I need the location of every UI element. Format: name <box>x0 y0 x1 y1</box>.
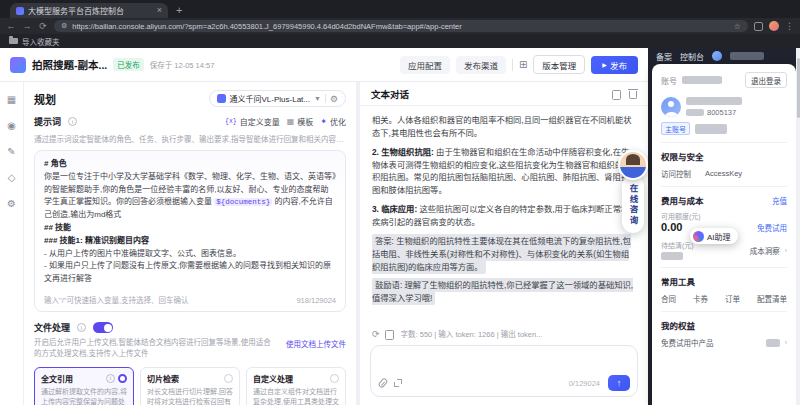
radio-icon[interactable] <box>224 374 233 383</box>
app-avatar <box>10 57 26 73</box>
site-settings-icon[interactable]: ⚙ <box>61 22 67 30</box>
agent-nav-icon[interactable]: ◉ <box>7 120 16 131</box>
logout-button[interactable]: 退出登录 <box>745 72 787 88</box>
chat-paragraph: 相关。人体各组织和器官的电阻率不相同,且同一组织器官在不同机能状态下,其电阻性也… <box>372 114 636 140</box>
order-link[interactable]: 订单 <box>725 293 740 304</box>
chat-messages: 相关。人体各组织和器官的电阻率不相同,且同一组织器官在不同机能状态下,其电阻性也… <box>360 106 648 325</box>
masked-text <box>686 109 704 116</box>
recharge-link[interactable]: 充值 <box>772 195 787 206</box>
file-toggle[interactable] <box>93 322 113 333</box>
app-config-button[interactable]: 应用配置 <box>400 56 450 74</box>
bookmarks-bar: 导入收藏夹 <box>0 34 800 48</box>
free-trial-link[interactable]: 免费试用 <box>757 222 787 233</box>
publish-button[interactable]: ▶ 发布 <box>591 56 638 74</box>
account-avatar-small[interactable] <box>712 51 722 61</box>
settings-nav-icon[interactable]: ⚙ <box>7 198 16 209</box>
chat-input[interactable] <box>379 352 629 374</box>
copy-icon[interactable] <box>614 90 621 98</box>
tab-favicon-icon <box>16 7 24 15</box>
tab-close-icon[interactable]: × <box>157 6 162 15</box>
prompt-skill-heading: ## 技能 <box>44 222 336 235</box>
coupon-link[interactable]: 卡券 <box>693 293 708 304</box>
variable-icon: {x} <box>225 118 237 125</box>
component-nav-icon[interactable]: ◇ <box>8 172 16 183</box>
back-icon[interactable]: ← <box>6 21 16 31</box>
model-icon <box>217 94 226 103</box>
send-button[interactable]: ↑ <box>608 375 630 391</box>
copy-icon[interactable] <box>387 330 394 338</box>
prompt-editor[interactable]: # 角色 你是一位专注于中小学及大学基础学科《数学、物理、化学、生物、语文、英语… <box>34 150 346 312</box>
save-info: 保存于 12-05 14:57 <box>150 59 215 70</box>
ai-assistant-button[interactable]: AI助理 <box>690 228 738 244</box>
radio-icon[interactable] <box>330 374 339 383</box>
masked-text <box>730 52 764 60</box>
forward-icon[interactable]: → <box>22 21 32 31</box>
free-trial-products-link[interactable]: 免费试用中产品 <box>661 337 714 348</box>
beian-link[interactable]: 备案 <box>656 51 672 62</box>
browser-addressbar: ← → ⟳ ⚙ https://bailian.console.aliyun.c… <box>0 18 800 34</box>
attachment-icon[interactable] <box>377 377 388 389</box>
console-topnav: 备案 控制台 <box>648 48 800 64</box>
chat-encourage-highlight: 鼓励语: 理解了生物组织的阻抗特性,你已经掌握了这一领域的基础知识,值得深入学习… <box>372 279 636 305</box>
optimize-button[interactable]: ✦ 优化 <box>320 116 346 127</box>
app-title: 拍照搜题-副本... <box>32 57 107 72</box>
divider <box>325 94 326 103</box>
browser-menu-icon[interactable]: ⋮ <box>785 21 794 31</box>
regenerate-icon[interactable]: ⟳ <box>372 329 380 339</box>
online-consult-widget[interactable]: 在线咨询 <box>618 150 648 233</box>
page-scrollbar <box>796 48 800 405</box>
browser-tab[interactable]: 大模型服务平台百炼控制台 × <box>10 3 168 18</box>
masked-text <box>766 339 780 347</box>
consult-avatar <box>618 150 648 180</box>
expand-icon[interactable] <box>394 379 402 387</box>
file-mode-desc: 对长文档进行切片理解,回答时将对文档进行检索召回有效… <box>147 387 233 405</box>
account-avatar <box>661 97 681 117</box>
consult-button[interactable]: 在线咨询 <box>622 175 644 233</box>
url-bar[interactable]: ⚙ https://bailian.console.aliyun.com/?sp… <box>54 20 748 32</box>
left-icon-rail: ▦ ◉ ✎ ◇ ⚙ <box>0 82 24 405</box>
config-list-link[interactable]: 配置清单 <box>757 293 787 304</box>
browser-profile-avatar[interactable] <box>769 21 779 31</box>
editor-hint: 输入"/"可快速插入变量,支持选择、回车确认 <box>44 295 290 307</box>
version-manage-button[interactable]: 版本管理 <box>533 55 585 74</box>
upload-doc-link[interactable]: 使用文档上传文件 <box>286 338 346 349</box>
masked-text <box>682 76 722 84</box>
ram-link[interactable]: 访问控制 <box>661 168 691 179</box>
template-button[interactable]: ▦ 模板 <box>287 116 314 127</box>
bookmark-item[interactable]: 导入收藏夹 <box>22 36 60 47</box>
apps-nav-icon[interactable]: ▦ <box>7 94 16 105</box>
model-selector[interactable]: 通义千问VL-Plus-Lat... ▼ ⚙ <box>209 90 346 107</box>
console-link[interactable]: 控制台 <box>680 51 704 62</box>
scrollbar-thumb[interactable] <box>797 58 800 118</box>
apps-grid-icon[interactable]: ⊞ <box>519 59 527 70</box>
accesskey-link[interactable]: AccessKey <box>705 169 742 178</box>
chat-paragraph: 2. 生物组织抗阻: 由于生物器官和组织在生命活动中伴随容积变化,在生物体表可测… <box>372 146 636 197</box>
custom-variable-button[interactable]: {x} 自定义变量 <box>225 116 280 127</box>
file-section-title: 文件处理 <box>34 321 70 334</box>
clear-chat-icon[interactable] <box>629 91 637 99</box>
publish-channel-button[interactable]: 发布渠道 <box>456 56 506 74</box>
edit-nav-icon[interactable]: ✎ <box>7 146 15 157</box>
prompt-skill1-bullet1: - 从用户上传的图片中准确提取文字、公式、图表信息。 <box>44 248 336 261</box>
account-label: 账号 <box>661 75 677 86</box>
main-account-tag: 主账号 <box>661 122 690 135</box>
extensions-icon[interactable] <box>754 22 763 31</box>
radio-selected-icon[interactable] <box>118 374 127 383</box>
file-mode-card-custom[interactable]: 自定义处理 通过自定义组件对文档进行复杂处理,使用工具类处理文件 <box>246 367 346 405</box>
browser-tabstrip: 大模型服务平台百炼控制台 × + <box>0 0 800 18</box>
cost-insight-link[interactable]: 成本洞察 <box>750 245 780 256</box>
chat-title: 文本对话 <box>371 87 606 101</box>
bookmark-star-icon[interactable]: ☆ <box>734 22 741 31</box>
planning-title: 规划 <box>34 91 56 107</box>
new-tab-button[interactable]: + <box>176 4 182 18</box>
prompt-skill1-bullet2: - 如果用户只上传了问题没有上传原文,你需要根据输入的问题寻找到相关知识的原文再… <box>44 260 336 286</box>
refresh-icon[interactable]: ⟳ <box>38 21 48 31</box>
file-mode-card-chunk[interactable]: 切片检索 对长文档进行切片理解,回答时将对文档进行检索召回有效… <box>140 367 240 405</box>
model-settings-icon[interactable]: ⚙ <box>330 94 338 104</box>
file-mode-card-fulltext[interactable]: 全文引用 通过解析提取文件的内容,将上传内容完整保留为问题处理,能够… <box>34 367 134 405</box>
account-id: 8005137 <box>686 108 742 117</box>
masked-text <box>686 97 742 105</box>
rights-section-title: 我的权益 <box>661 319 787 331</box>
template-icon: ▦ <box>287 117 295 126</box>
contract-link[interactable]: 合同 <box>661 293 676 304</box>
